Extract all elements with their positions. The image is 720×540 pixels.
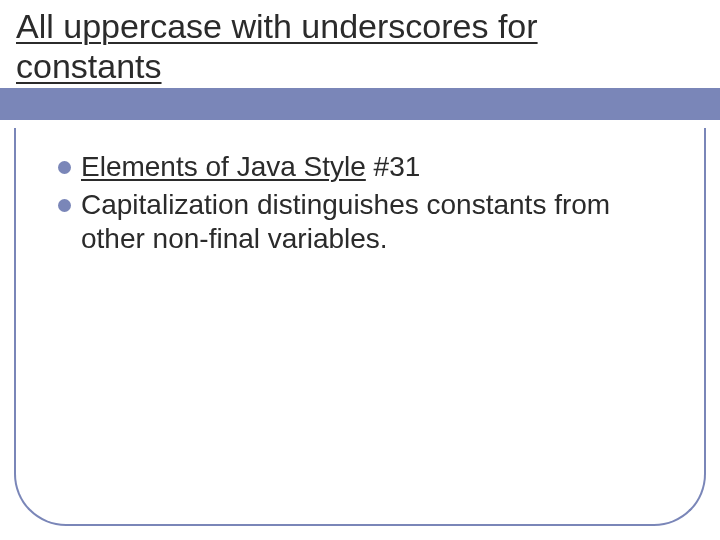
link-text[interactable]: Elements of Java Style xyxy=(81,151,366,182)
bullet-text-rest: #31 xyxy=(366,151,421,182)
bullet-icon xyxy=(58,161,71,174)
slide: All uppercase with underscores for const… xyxy=(0,0,720,540)
slide-title: All uppercase with underscores for const… xyxy=(16,6,690,86)
list-item: Elements of Java Style #31 xyxy=(58,150,660,184)
bullet-text: Elements of Java Style #31 xyxy=(81,150,420,184)
bullet-text: Capitalization distinguishes constants f… xyxy=(81,188,660,256)
bullet-icon xyxy=(58,199,71,212)
list-item: Capitalization distinguishes constants f… xyxy=(58,188,660,256)
content-area: Elements of Java Style #31 Capitalizatio… xyxy=(58,150,660,260)
title-accent-band xyxy=(0,88,720,120)
